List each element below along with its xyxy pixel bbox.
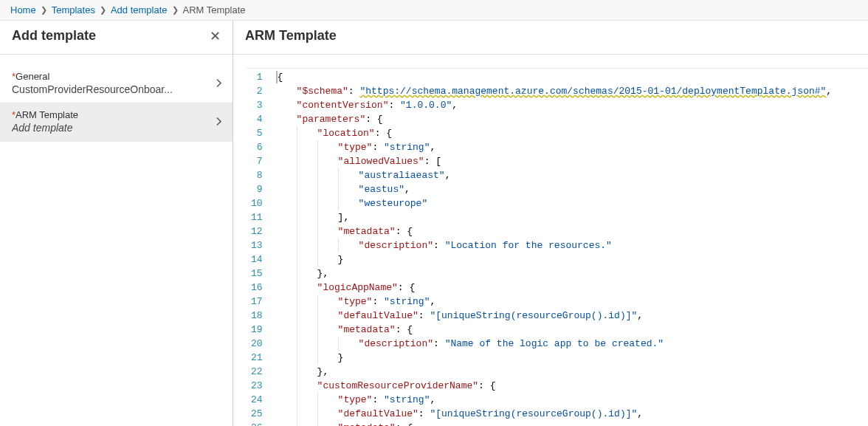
code-editor[interactable]: 1234567891011121314151617181920212223242… [247,68,868,426]
line-number-gutter: 1234567891011121314151617181920212223242… [247,69,270,426]
step-label: *ARM Template [12,109,221,120]
left-panel: Add template ✕ *GeneralCustomProviderRes… [0,21,233,426]
left-panel-title: Add template [12,28,96,44]
right-panel-title: ARM Template [245,28,337,44]
chevron-right-icon [215,117,224,128]
right-panel: ARM Template 123456789101112131415161718… [233,21,868,426]
chevron-right-icon [215,78,224,89]
step-sub: Add template [12,122,221,134]
breadcrumb-link-home[interactable]: Home [10,4,36,16]
chevron-right-icon: ❯ [41,5,47,15]
chevron-right-icon: ❯ [172,5,179,15]
step-sub: CustomProviderResourceOnboar... [12,83,221,95]
breadcrumb: Home ❯ Templates ❯ Add template ❯ ARM Te… [0,0,868,21]
step-item-0[interactable]: *GeneralCustomProviderResourceOnboar... [0,65,232,103]
step-label: *General [12,71,221,82]
code-content[interactable]: {"$schema": "https://schema.management.a… [270,69,868,426]
breadcrumb-current: ARM Template [183,4,246,16]
chevron-right-icon: ❯ [100,5,106,15]
breadcrumb-link-templates[interactable]: Templates [52,4,95,16]
breadcrumb-link-add-template[interactable]: Add template [111,4,168,16]
step-item-1[interactable]: *ARM TemplateAdd template [0,103,232,142]
close-icon[interactable]: ✕ [210,30,221,43]
